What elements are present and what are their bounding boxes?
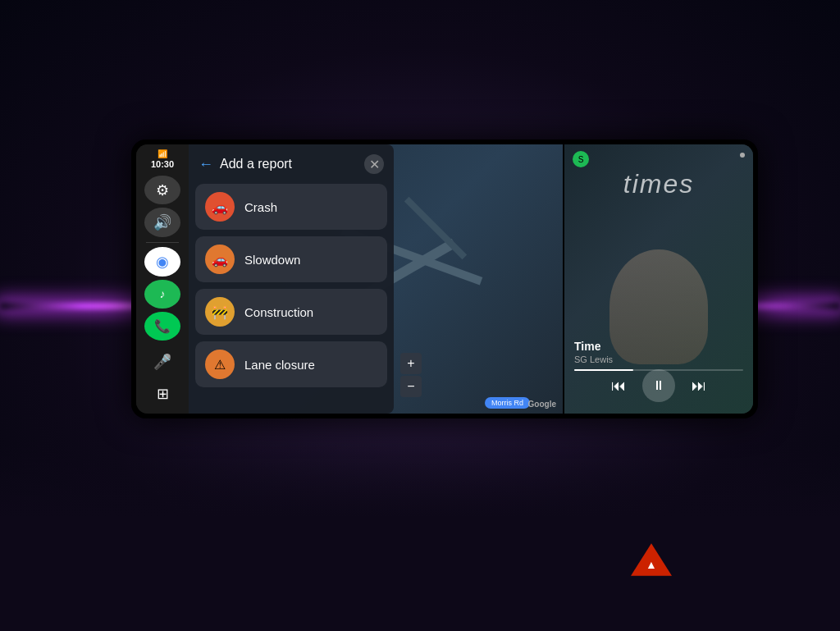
maps-icon: ◉	[156, 253, 169, 271]
settings-button[interactable]: ⚙	[144, 176, 180, 204]
crash-icon: 🚗	[205, 192, 235, 222]
spotify-badge: S	[573, 151, 589, 167]
volume-button[interactable]: 🔊	[144, 208, 180, 236]
signal-icon: 📶	[158, 149, 167, 158]
next-icon: ⏭	[692, 377, 706, 395]
plus-icon: +	[407, 356, 414, 371]
back-button[interactable]: ←	[199, 156, 213, 173]
construction-label: Construction	[244, 305, 313, 319]
music-info: Time SG Lewis	[564, 340, 753, 371]
sidebar-divider-1	[146, 242, 179, 243]
spotify-icon: ♪	[160, 287, 166, 300]
album-title-display: times	[564, 169, 753, 199]
spotify-small-icon: S	[578, 155, 584, 164]
maps-button[interactable]: ◉	[144, 247, 180, 276]
zoom-in-button[interactable]: +	[400, 353, 422, 374]
music-panel: S times Time SG Lewis ⏮	[564, 144, 753, 414]
zoom-out-button[interactable]: −	[400, 376, 422, 397]
artist-name: SG Lewis	[574, 354, 743, 364]
report-panel-title: Add a report	[220, 157, 358, 171]
screen-inner: 📶 10:30 ⚙ 🔊 ◉ ♪ 📞	[136, 144, 753, 414]
slowdown-icon: 🚗	[205, 245, 235, 274]
volume-icon: 🔊	[153, 213, 171, 231]
zoom-controls: + −	[400, 353, 422, 397]
prev-button[interactable]: ⏮	[611, 377, 626, 395]
pause-icon: ⏸	[652, 378, 665, 393]
grid-icon: ⊞	[157, 385, 169, 403]
phone-button[interactable]: 📞	[144, 312, 180, 341]
music-dot	[740, 153, 745, 158]
time-display: 10:30	[151, 159, 174, 169]
report-panel: ← Add a report ✕ 🚗 Crash	[189, 144, 394, 414]
hazard-icon: ▲	[646, 558, 657, 571]
close-button[interactable]: ✕	[364, 154, 384, 174]
status-bar: 📶 10:30	[151, 149, 174, 169]
report-item-crash[interactable]: 🚗 Crash	[195, 184, 387, 230]
settings-icon: ⚙	[156, 181, 169, 199]
grid-button[interactable]: ⊞	[144, 380, 180, 409]
pause-button[interactable]: ⏸	[642, 369, 675, 402]
report-item-slowdown[interactable]: 🚗 Slowdown	[195, 236, 387, 282]
spotify-button[interactable]: ♪	[144, 280, 180, 309]
music-controls: ⏮ ⏸ ⏭	[564, 369, 753, 402]
lane-closure-label: Lane closure	[244, 358, 315, 372]
mic-button[interactable]: 🎤	[144, 347, 180, 376]
google-logo: Google	[528, 400, 556, 409]
report-item-construction[interactable]: 🚧 Construction	[195, 289, 387, 335]
screen-bezel: 📶 10:30 ⚙ 🔊 ◉ ♪ 📞	[131, 139, 758, 418]
construction-icon: 🚧	[205, 297, 235, 327]
lane-closure-icon: ⚠	[205, 350, 235, 379]
close-icon: ✕	[369, 157, 380, 172]
track-name: Time	[574, 340, 743, 353]
location-badge[interactable]: Morris Rd	[485, 397, 530, 409]
prev-icon: ⏮	[611, 377, 626, 395]
dashboard-bottom	[0, 442, 840, 631]
phone-icon: 📞	[154, 318, 171, 334]
report-items-list: 🚗 Crash 🚗 Slowdown 🚧	[195, 184, 387, 387]
mic-icon: 🎤	[153, 353, 171, 371]
car-background: 📶 10:30 ⚙ 🔊 ◉ ♪ 📞	[0, 0, 840, 631]
next-button[interactable]: ⏭	[692, 377, 706, 395]
slowdown-label: Slowdown	[244, 253, 300, 267]
sidebar: 📶 10:30 ⚙ 🔊 ◉ ♪ 📞	[136, 144, 189, 414]
map-area: ← Add a report ✕ 🚗 Crash	[189, 144, 563, 414]
minus-icon: −	[407, 379, 414, 394]
crash-label: Crash	[244, 200, 277, 214]
report-header: ← Add a report ✕	[195, 154, 387, 174]
report-item-lane-closure[interactable]: ⚠ Lane closure	[195, 341, 387, 387]
